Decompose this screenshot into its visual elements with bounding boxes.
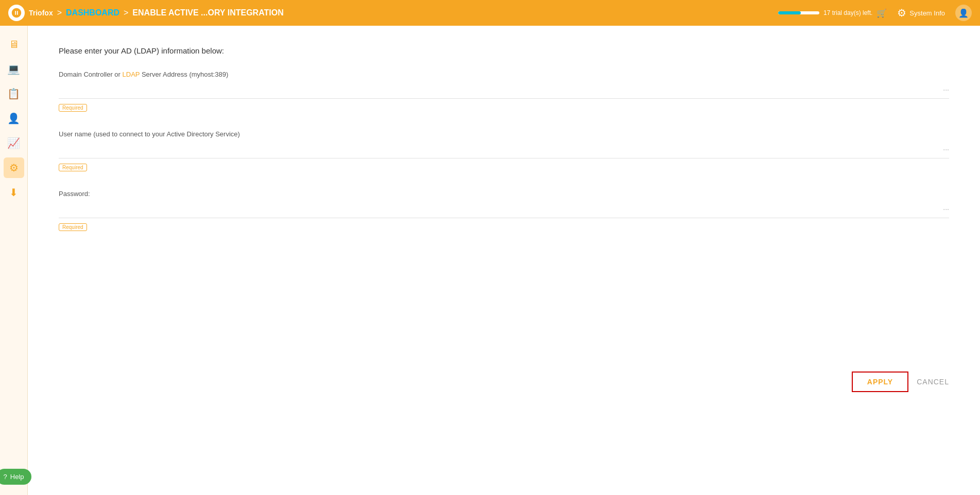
breadcrumb-current-page: ENABLE ACTIVE ...ORY INTEGRATION	[132, 8, 283, 17]
trial-progress-fill	[778, 11, 801, 14]
trial-progress-bar	[778, 11, 819, 14]
top-bar-left: Triofox > DASHBOARD > ENABLE ACTIVE ...O…	[8, 5, 284, 21]
ldap-server-label: Domain Controller or LDAP Server Address…	[59, 70, 949, 78]
ldap-label-prefix: Domain Controller or	[59, 70, 123, 78]
ldap-label-suffix: Server Address (myhost:389)	[140, 70, 228, 78]
password-section: Password: ··· Required	[59, 190, 949, 239]
action-buttons: APPLY CANCEL	[852, 372, 949, 392]
top-navigation-bar: Triofox > DASHBOARD > ENABLE ACTIVE ...O…	[0, 0, 980, 26]
help-button[interactable]: ? Help	[0, 469, 31, 485]
password-required-badge: Required	[59, 223, 87, 231]
help-circle-icon: ?	[4, 473, 7, 481]
download-icon: ⬇	[9, 186, 18, 199]
ldap-server-input-row: ···	[59, 82, 949, 99]
files-icon: 📋	[7, 87, 20, 100]
system-info-label: System Info	[909, 9, 945, 17]
username-section: User name (used to connect to your Activ…	[59, 130, 949, 180]
trial-text: 17 trial day(s) left.	[823, 9, 872, 16]
user-menu-button[interactable]: 👤	[955, 5, 972, 21]
sidebar-item-files[interactable]: 📋	[4, 83, 24, 104]
main-content: Please enter your AD (LDAP) information …	[28, 26, 980, 495]
username-input-row: ···	[59, 142, 949, 158]
password-input[interactable]	[59, 202, 943, 216]
username-input[interactable]	[59, 142, 943, 156]
brand-name: Triofox	[29, 9, 53, 17]
page-description: Please enter your AD (LDAP) information …	[59, 46, 949, 55]
username-required-badge: Required	[59, 164, 87, 171]
help-label: Help	[10, 473, 24, 481]
password-label: Password:	[59, 190, 949, 198]
devices-icon: 💻	[7, 63, 20, 75]
sidebar-item-reports[interactable]: 📈	[4, 133, 24, 153]
gear-icon: ⚙	[897, 7, 906, 19]
cancel-button[interactable]: CANCEL	[917, 378, 949, 386]
dashboard-icon: 🖥	[9, 39, 19, 50]
users-icon: 👤	[7, 112, 20, 125]
breadcrumb-sep2: >	[124, 8, 128, 17]
system-info-button[interactable]: ⚙ System Info	[897, 7, 945, 19]
password-dots-icon[interactable]: ···	[943, 205, 949, 213]
top-bar-right: 17 trial day(s) left. 🛒 ⚙ System Info 👤	[778, 5, 972, 21]
ldap-server-section: Domain Controller or LDAP Server Address…	[59, 70, 949, 120]
ldap-server-required-badge: Required	[59, 104, 87, 112]
sidebar-item-devices[interactable]: 💻	[4, 59, 24, 79]
cart-icon[interactable]: 🛒	[876, 8, 887, 18]
trial-info: 17 trial day(s) left. 🛒	[778, 8, 887, 18]
ldap-highlight: LDAP	[123, 70, 140, 78]
settings-icon: ⚙	[9, 162, 19, 174]
sidebar-item-dashboard[interactable]: 🖥	[4, 34, 24, 55]
breadcrumb-sep1: >	[57, 8, 62, 17]
logo	[8, 5, 25, 21]
sidebar-item-users[interactable]: 👤	[4, 108, 24, 129]
username-label: User name (used to connect to your Activ…	[59, 130, 949, 138]
sidebar-item-download[interactable]: ⬇	[4, 182, 24, 203]
user-avatar-icon: 👤	[958, 8, 969, 18]
ldap-server-dots-icon[interactable]: ···	[943, 85, 949, 94]
sidebar-bottom: ? Help	[0, 469, 31, 485]
ldap-server-input[interactable]	[59, 82, 943, 96]
breadcrumb-dashboard[interactable]: DASHBOARD	[66, 8, 119, 17]
password-input-row: ···	[59, 202, 949, 218]
apply-button[interactable]: APPLY	[852, 372, 908, 392]
sidebar-item-settings[interactable]: ⚙	[4, 157, 24, 178]
reports-icon: 📈	[7, 137, 20, 149]
sidebar: 🖥 💻 📋 👤 📈 ⚙ ⬇ ? Help	[0, 26, 28, 495]
username-dots-icon[interactable]: ···	[943, 145, 949, 153]
